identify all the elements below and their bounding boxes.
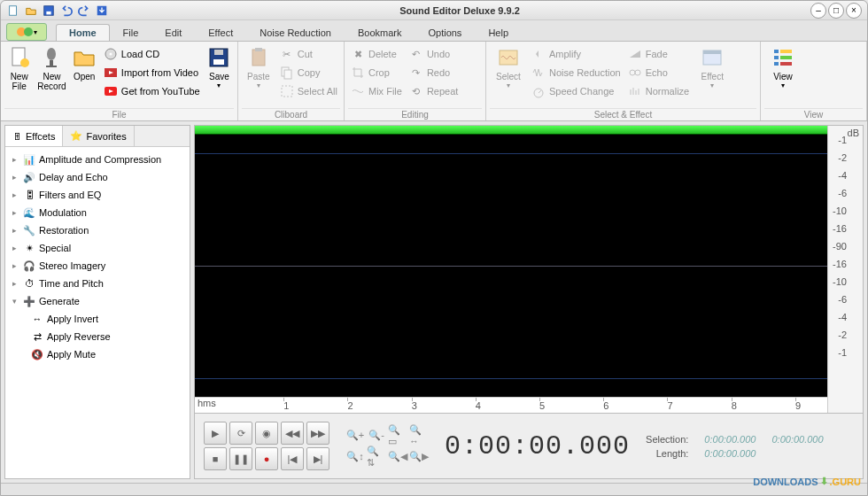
- waveform-canvas[interactable]: [195, 135, 827, 397]
- open-button[interactable]: Open: [70, 43, 99, 83]
- effect-button[interactable]: Effect▾: [694, 43, 731, 91]
- zoom-right-button[interactable]: 🔍▶: [409, 447, 429, 467]
- qat-new-icon[interactable]: [6, 4, 20, 18]
- pause-button[interactable]: ❚❚: [229, 447, 252, 470]
- tree-item[interactable]: ▸📊Amplitude and Compression: [7, 151, 188, 168]
- paste-button[interactable]: Paste▾: [242, 43, 275, 91]
- tree-item-child[interactable]: ↔Apply Invert: [7, 310, 188, 328]
- new-file-button[interactable]: New File: [4, 43, 34, 93]
- tree-item[interactable]: ▸🎛Filters and EQ: [7, 186, 188, 204]
- clipboard-icon: [246, 45, 271, 70]
- select-all-button[interactable]: Select All: [277, 82, 340, 100]
- time-ruler[interactable]: hms 123456789: [195, 397, 827, 413]
- delete-button[interactable]: ✖Delete: [348, 45, 405, 63]
- group-label-file: File: [4, 108, 234, 120]
- cut-button[interactable]: ✂Cut: [277, 45, 340, 63]
- repeat-button[interactable]: ⟲Repeat: [407, 82, 461, 100]
- view-button[interactable]: View▾: [764, 43, 802, 91]
- action-icon: ⇄: [30, 329, 44, 344]
- tree-item-child[interactable]: ⇄Apply Reverse: [7, 328, 188, 345]
- svg-rect-0: [10, 5, 17, 15]
- go-start-button[interactable]: |◀: [281, 447, 304, 470]
- speed-icon: [531, 84, 546, 98]
- action-icon: 🔇: [30, 347, 44, 361]
- zoom-out-v-button[interactable]: 🔍⇅: [367, 447, 386, 467]
- svg-rect-30: [780, 50, 792, 53]
- zoom-in-v-button[interactable]: 🔍↕: [345, 447, 365, 467]
- video-icon: [104, 66, 118, 80]
- save-button[interactable]: Save▾: [205, 43, 234, 91]
- zoom-in-button[interactable]: 🔍+: [345, 426, 365, 446]
- play-selection-button[interactable]: ◉: [255, 422, 278, 445]
- effects-tree[interactable]: ▸📊Amplitude and Compression ▸🔊Delay and …: [5, 147, 190, 478]
- fade-button[interactable]: Fade: [625, 45, 693, 63]
- db-mark: -10: [833, 276, 847, 287]
- zoom-left-button[interactable]: 🔍◀: [388, 447, 407, 467]
- speed-change-button[interactable]: Speed Change: [529, 82, 624, 100]
- minimize-button[interactable]: –: [810, 3, 826, 19]
- tree-item[interactable]: ▸🔊Delay and Echo: [7, 168, 188, 186]
- sidebar-tab-effects[interactable]: 🎚Effcets: [5, 126, 63, 146]
- go-end-button[interactable]: ▶|: [306, 447, 329, 470]
- play-button[interactable]: ▶: [204, 422, 227, 445]
- group-label-view: View: [764, 108, 863, 120]
- zoom-buttons: 🔍+ 🔍- 🔍▭ 🔍↔ 🔍↕ 🔍⇅ 🔍◀ 🔍▶: [345, 426, 429, 467]
- qat-save-icon[interactable]: [42, 4, 56, 18]
- import-video-button[interactable]: Import from Video: [101, 64, 203, 81]
- svg-point-25: [630, 70, 635, 75]
- mix-file-button[interactable]: Mix File: [348, 82, 405, 100]
- amplify-button[interactable]: Amplify: [529, 45, 624, 63]
- play-loop-button[interactable]: ⟳: [229, 422, 252, 445]
- tree-item[interactable]: ▸🌊Modulation: [7, 204, 188, 221]
- stop-button[interactable]: ■: [204, 447, 227, 470]
- get-youtube-button[interactable]: Get from YouTube: [101, 82, 203, 100]
- echo-button[interactable]: Echo: [625, 64, 693, 81]
- svg-point-26: [635, 70, 640, 75]
- tab-effect[interactable]: Effect: [195, 24, 246, 41]
- tab-bookmark[interactable]: Bookmark: [345, 24, 415, 41]
- rewind-button[interactable]: ◀◀: [281, 422, 304, 445]
- maximize-button[interactable]: □: [828, 3, 844, 19]
- tree-item[interactable]: ▾➕Generate: [7, 292, 188, 310]
- youtube-icon: [104, 84, 118, 98]
- tree-item[interactable]: ▸🎧Stereo Imagery: [7, 257, 188, 275]
- tab-file[interactable]: File: [110, 24, 152, 41]
- zoom-out-button[interactable]: 🔍-: [367, 426, 386, 446]
- crop-button[interactable]: Crop: [348, 64, 405, 81]
- redo-button[interactable]: ↷Redo: [407, 64, 461, 81]
- qat-open-icon[interactable]: [24, 4, 38, 18]
- waveform-display[interactable]: hms 123456789: [195, 126, 827, 413]
- select-button[interactable]: Select▾: [490, 43, 527, 91]
- qat-undo-icon[interactable]: [59, 4, 74, 18]
- copy-button[interactable]: Copy: [277, 64, 340, 81]
- record-button[interactable]: ●: [255, 447, 278, 470]
- tree-item[interactable]: ▸⏱Time and Pitch: [7, 275, 188, 292]
- app-menu-button[interactable]: ▾: [6, 23, 47, 41]
- tab-noise-reduction[interactable]: Noise Reduction: [246, 24, 345, 41]
- close-button[interactable]: ×: [846, 3, 862, 19]
- tree-item[interactable]: ▸✴Special: [7, 239, 188, 257]
- tab-edit[interactable]: Edit: [151, 24, 195, 41]
- undo-button[interactable]: ↶Undo: [407, 45, 461, 63]
- sidebar-tab-favorites[interactable]: ⭐Favorites: [63, 126, 134, 146]
- zoom-fit-button[interactable]: 🔍↔: [409, 426, 429, 446]
- new-record-button[interactable]: New Record: [35, 43, 67, 93]
- noise-reduction-button[interactable]: Noise Reduction: [529, 64, 624, 81]
- tree-item[interactable]: ▸🔧Restoration: [7, 221, 188, 239]
- zoom-sel-button[interactable]: 🔍▭: [388, 426, 407, 446]
- tab-home[interactable]: Home: [56, 24, 110, 41]
- forward-button[interactable]: ▶▶: [306, 422, 329, 445]
- view-list-icon: [771, 45, 795, 70]
- tab-help[interactable]: Help: [475, 24, 522, 41]
- qat-export-icon[interactable]: [95, 4, 109, 18]
- svg-point-8: [47, 48, 56, 60]
- load-cd-button[interactable]: Load CD: [101, 45, 203, 63]
- timeline-header[interactable]: [195, 126, 827, 135]
- db-mark: -90: [833, 241, 847, 252]
- svg-rect-19: [255, 48, 262, 51]
- qat-redo-icon[interactable]: [77, 4, 91, 18]
- ruler-tick: 6: [603, 400, 608, 411]
- tab-options[interactable]: Options: [415, 24, 475, 41]
- normalize-button[interactable]: Normalize: [625, 82, 693, 100]
- tree-item-child[interactable]: 🔇Apply Mute: [7, 345, 188, 363]
